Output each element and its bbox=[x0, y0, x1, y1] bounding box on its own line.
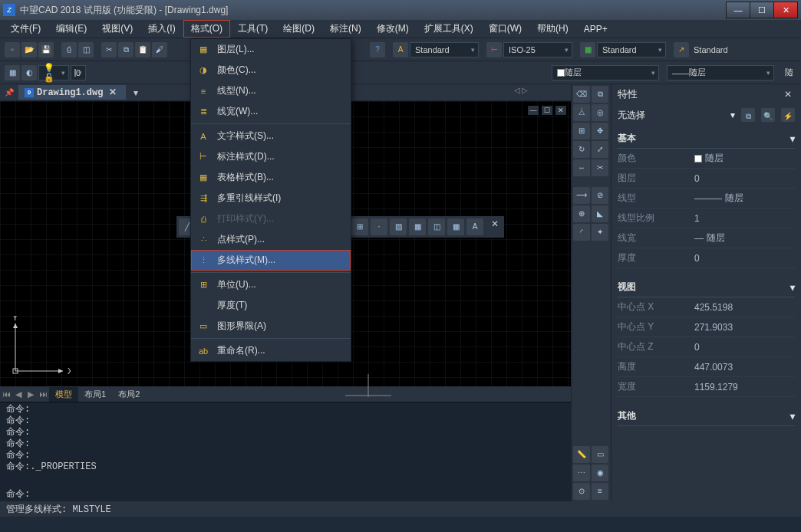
menu-item-文字样式s[interactable]: A文字样式(S)... bbox=[191, 126, 351, 146]
prop-row[interactable]: 厚度0 bbox=[618, 248, 795, 268]
prop-value[interactable]: 447.0073 bbox=[694, 360, 795, 373]
copy-icon[interactable]: ⧉ bbox=[118, 42, 134, 57]
tablestyle-icon[interactable]: ▦ bbox=[580, 42, 595, 57]
prop-row[interactable]: 中心点 X425.5198 bbox=[618, 297, 795, 317]
section-basic[interactable]: 基本▾ bbox=[618, 129, 795, 149]
prop-value[interactable]: 271.9033 bbox=[694, 320, 795, 333]
tab-model[interactable]: 模型 bbox=[49, 387, 78, 402]
menu-绘图[interactable]: 绘图(D) bbox=[275, 20, 322, 38]
menu-修改[interactable]: 修改(M) bbox=[369, 20, 417, 38]
fillet-icon[interactable]: ◜ bbox=[573, 224, 590, 241]
close-properties-icon[interactable]: ✕ bbox=[781, 89, 795, 100]
menu-窗口[interactable]: 窗口(W) bbox=[481, 20, 529, 38]
hatch-icon[interactable]: ▨ bbox=[390, 218, 407, 235]
chamfer-icon[interactable]: ◣ bbox=[592, 205, 608, 222]
tab-prev-icon[interactable]: ◁ bbox=[514, 86, 520, 94]
prop-value[interactable]: 1 bbox=[694, 212, 795, 225]
copy2-icon[interactable]: ⧉ bbox=[592, 86, 608, 103]
prop-value[interactable]: 0 bbox=[694, 172, 795, 185]
vp-min-icon[interactable]: — bbox=[528, 106, 539, 115]
dimstyle-icon[interactable]: ⊢ bbox=[486, 42, 502, 57]
file-tab-drawing1[interactable]: D Drawing1.dwg ✕ bbox=[18, 85, 126, 100]
layer-manager-icon[interactable]: ▦ bbox=[5, 65, 20, 80]
section-view[interactable]: 视图▾ bbox=[618, 277, 795, 297]
menu-item-多线样式m[interactable]: ⋮多线样式(M)... bbox=[191, 250, 351, 271]
area-icon[interactable]: ▭ bbox=[592, 446, 608, 463]
menu-item-标注样式d[interactable]: ⊢标注样式(D)... bbox=[191, 146, 351, 167]
textstyle-icon[interactable]: A bbox=[393, 42, 408, 57]
menu-item-单位u[interactable]: ⊞单位(U)... bbox=[191, 274, 351, 295]
mleaderstyle-icon[interactable]: ↗ bbox=[674, 42, 689, 57]
linetype-combo[interactable]: —— 随层 bbox=[667, 65, 774, 80]
prop-value[interactable]: 0 bbox=[694, 251, 795, 264]
menu-item-表格样式b[interactable]: ▦表格样式(B)... bbox=[191, 167, 351, 188]
stretch-icon[interactable]: ↔ bbox=[573, 159, 590, 176]
tab-prev-icon2[interactable]: ◀ bbox=[12, 389, 25, 399]
prop-value[interactable]: 随层 bbox=[694, 152, 795, 165]
menu-app+[interactable]: APP+ bbox=[576, 21, 615, 37]
menu-标注[interactable]: 标注(N) bbox=[322, 20, 369, 38]
array-icon[interactable]: ⊞ bbox=[573, 123, 590, 140]
menu-item-厚度t[interactable]: 厚度(T) bbox=[191, 295, 351, 316]
menu-item-点样式p[interactable]: ∴点样式(P)... bbox=[191, 229, 351, 250]
prop-value[interactable]: ———随层 bbox=[694, 192, 795, 205]
navwheel-icon[interactable]: ◉ bbox=[592, 465, 608, 481]
menu-item-多重引线样式i[interactable]: ⇶多重引线样式(I) bbox=[191, 188, 351, 209]
more1-icon[interactable]: ⋯ bbox=[573, 465, 590, 481]
menu-文件[interactable]: 文件(F) bbox=[3, 20, 48, 38]
print-icon[interactable]: ⎙ bbox=[61, 42, 77, 57]
menu-插入[interactable]: 插入(I) bbox=[140, 20, 183, 38]
new-icon[interactable]: ▫ bbox=[5, 42, 20, 57]
menu-编辑[interactable]: 编辑(E) bbox=[48, 20, 94, 38]
command-input[interactable]: 命令: bbox=[0, 486, 571, 501]
menu-格式[interactable]: 格式(O) bbox=[183, 20, 230, 38]
save-icon[interactable]: 💾 bbox=[38, 42, 54, 57]
prop-value[interactable]: —随层 bbox=[694, 232, 795, 245]
menu-item-颜色c[interactable]: ◑颜色(C)... bbox=[191, 60, 351, 80]
toggle-pickadd-icon[interactable]: ⚡ bbox=[781, 108, 795, 122]
prop-value[interactable]: 0 bbox=[694, 340, 795, 353]
tab-layout2[interactable]: 布局2 bbox=[112, 387, 146, 402]
trim-icon[interactable]: ✂ bbox=[592, 159, 608, 176]
tab-next-icon[interactable]: ▷ bbox=[522, 86, 528, 94]
minimize-button[interactable]: — bbox=[726, 2, 750, 18]
quick-select-icon[interactable]: ⧉ bbox=[741, 108, 755, 122]
vp-max-icon[interactable]: ☐ bbox=[542, 106, 552, 115]
tab-layout1[interactable]: 布局1 bbox=[78, 387, 112, 402]
menu-视图[interactable]: 视图(V) bbox=[94, 20, 140, 38]
join-icon[interactable]: ⊕ bbox=[573, 205, 590, 222]
preview-icon[interactable]: ◫ bbox=[78, 42, 94, 57]
tab-last-icon[interactable]: ⏭ bbox=[37, 389, 49, 399]
close-tab-icon[interactable]: ✕ bbox=[106, 87, 120, 98]
prop-row[interactable]: 中心点 Z0 bbox=[618, 337, 795, 357]
layer-combo[interactable]: 0 bbox=[71, 65, 86, 80]
palette-icon[interactable]: ≡ bbox=[592, 483, 608, 500]
menu-item-图形界限a[interactable]: ▭图形界限(A) bbox=[191, 316, 351, 337]
new-tab-icon[interactable]: ▾ bbox=[130, 87, 141, 98]
prop-row[interactable]: 宽度1159.1279 bbox=[618, 377, 795, 397]
break-icon[interactable]: ⊘ bbox=[592, 187, 608, 204]
move-icon[interactable]: ✥ bbox=[592, 123, 608, 140]
prop-row[interactable]: 颜色随层 bbox=[618, 149, 795, 169]
menu-item-重命名r[interactable]: ab重命名(R)... bbox=[191, 340, 351, 361]
help-icon[interactable]: ? bbox=[370, 42, 385, 57]
paste-icon[interactable]: 📋 bbox=[135, 42, 150, 57]
dim-style-combo[interactable]: ISO-25 bbox=[503, 42, 572, 57]
tab-first-icon[interactable]: ⏮ bbox=[0, 389, 12, 399]
open-icon[interactable]: 📂 bbox=[21, 42, 37, 57]
prop-value[interactable]: 425.5198 bbox=[694, 300, 795, 314]
close-button[interactable]: ✕ bbox=[773, 2, 798, 18]
sel-dropdown-icon[interactable]: ▾ bbox=[730, 110, 735, 120]
menu-工具[interactable]: 工具(T) bbox=[230, 20, 275, 38]
pin-icon[interactable]: 📌 bbox=[5, 88, 14, 97]
layer-state-combo[interactable]: 💡🔓 bbox=[38, 65, 69, 80]
offset-icon[interactable]: ◎ bbox=[592, 104, 608, 121]
tab-next-icon2[interactable]: ▶ bbox=[25, 389, 37, 399]
rotate-icon[interactable]: ↻ bbox=[573, 141, 590, 158]
table-icon[interactable]: ▦ bbox=[447, 218, 464, 235]
erase-icon[interactable]: ⌫ bbox=[573, 86, 590, 103]
text-icon[interactable]: A bbox=[466, 218, 483, 235]
prop-row[interactable]: 高度447.0073 bbox=[618, 357, 795, 377]
region-icon[interactable]: ◫ bbox=[428, 218, 445, 235]
prop-row[interactable]: 线宽—随层 bbox=[618, 228, 795, 248]
